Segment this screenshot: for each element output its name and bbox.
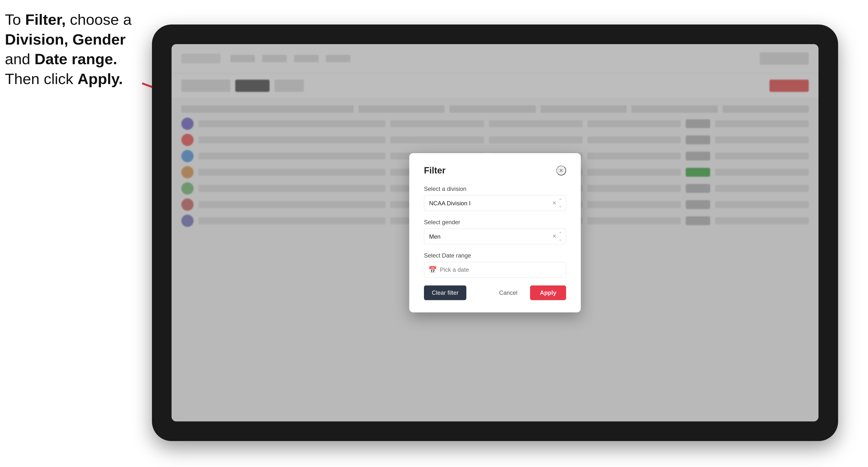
modal-footer: Clear filter Cancel Apply: [424, 285, 566, 300]
division-select[interactable]: NCAA Division I NCAA Division II NCAA Di…: [424, 195, 566, 211]
date-label: Select Date range: [424, 252, 566, 259]
instruction-bold-division-gender: Division, Gender: [5, 31, 126, 48]
tablet-frame: Filter × Select a division NCAA Division…: [152, 25, 838, 441]
instruction-bold-filter: Filter,: [25, 11, 66, 28]
clear-filter-button[interactable]: Clear filter: [424, 285, 466, 300]
modal-overlay: Filter × Select a division NCAA Division…: [172, 44, 818, 422]
date-input-wrapper: 📅: [424, 262, 566, 278]
gender-group: Select gender Men Women ✕ ⌃⌄: [424, 219, 566, 244]
date-range-input[interactable]: [424, 262, 566, 278]
division-select-wrapper: NCAA Division I NCAA Division II NCAA Di…: [424, 195, 566, 211]
modal-title: Filter: [424, 165, 445, 176]
date-group: Select Date range 📅: [424, 252, 566, 278]
division-group: Select a division NCAA Division I NCAA D…: [424, 185, 566, 211]
gender-label: Select gender: [424, 219, 566, 226]
tablet-screen: Filter × Select a division NCAA Division…: [172, 44, 818, 422]
instruction-line-and: and Date range.: [5, 51, 117, 67]
instruction-line1: To Filter, choose a: [5, 11, 132, 28]
instruction-bold-apply: Apply.: [78, 70, 123, 87]
cancel-button[interactable]: Cancel: [491, 285, 525, 300]
gender-select[interactable]: Men Women: [424, 228, 566, 244]
gender-select-wrapper: Men Women ✕ ⌃⌄: [424, 228, 566, 244]
instruction-block: To Filter, choose a Division, Gender and…: [5, 10, 142, 89]
instruction-bold-date-range: Date range.: [35, 51, 117, 67]
instruction-line-then: Then click Apply.: [5, 70, 123, 87]
modal-close-button[interactable]: ×: [556, 166, 566, 176]
filter-modal: Filter × Select a division NCAA Division…: [409, 153, 581, 312]
modal-header: Filter ×: [424, 165, 566, 176]
division-label: Select a division: [424, 185, 566, 192]
apply-button[interactable]: Apply: [530, 285, 566, 300]
footer-right-buttons: Cancel Apply: [491, 285, 566, 300]
